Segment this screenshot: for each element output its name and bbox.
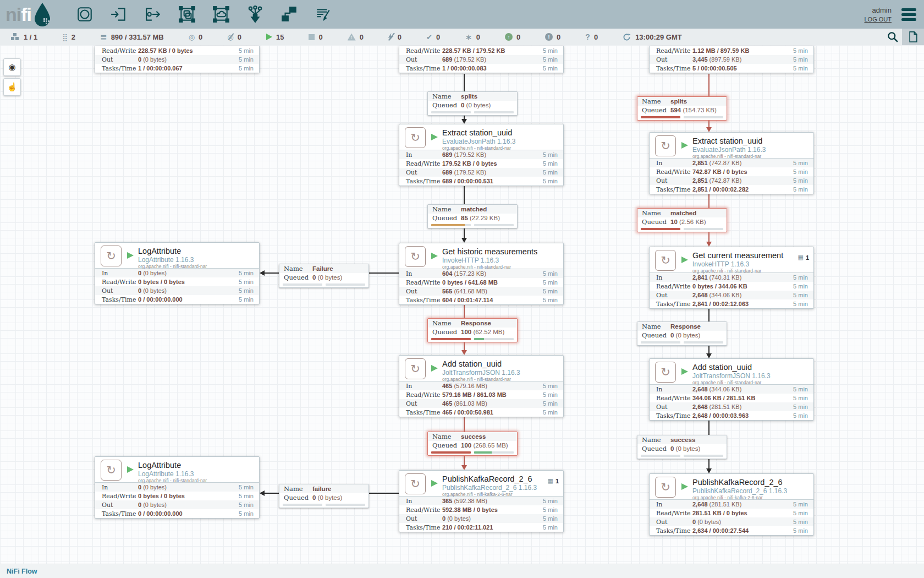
flow-canvas[interactable]: ◉ ☝ Read/Write228.57 KB / 0 bytes5 minOu… xyxy=(0,45,924,564)
remote-process-group-icon[interactable] xyxy=(212,5,230,24)
label-icon[interactable] xyxy=(314,5,333,24)
global-menu-icon[interactable] xyxy=(901,8,916,21)
operate-palette-button[interactable]: ◉ xyxy=(3,58,21,76)
refresh-icon[interactable] xyxy=(623,33,631,41)
processor-stats: In2,648 (281.51 KB)5 minRead/Write281.51… xyxy=(650,499,813,535)
processor-extract-station-uuid-middle[interactable]: ↻Extract station_uuidEvaluateJsonPath 1.… xyxy=(399,124,564,186)
processor-upstream-right[interactable]: Read/Write1.12 MB / 897.59 KB5 minOut3,4… xyxy=(649,46,814,73)
connection-name: success xyxy=(670,437,695,443)
count-percent-bar xyxy=(283,283,322,286)
processor-add-station-uuid-middle[interactable]: ↻Add station_uuidJoltTransformJSON 1.16.… xyxy=(399,355,564,417)
processor-stamp-icon: ↻ xyxy=(101,246,122,266)
processor-name: Extract station_uuid xyxy=(692,137,762,145)
stat-period: 5 min xyxy=(793,274,808,281)
stat-value: 2,648 (281.51 KB) xyxy=(692,403,793,410)
connection-line xyxy=(708,459,710,469)
processor-stats: Read/Write228.57 KB / 0 bytes5 minOut0 (… xyxy=(95,46,259,73)
processor-upstream-middle[interactable]: Read/Write228.57 KB / 179.52 KB5 minOut6… xyxy=(399,46,564,73)
stat-row-tasks-time: Tasks/Time0 / 00:00:00.0005 min xyxy=(95,295,259,304)
search-button[interactable] xyxy=(883,29,902,45)
connection-queued-row: Queued0 (0 bytes) xyxy=(428,101,517,109)
transmitting-icon: ◎ xyxy=(189,34,195,41)
stat-value: 2,841 (740.31 KB) xyxy=(692,274,793,281)
connection-label-success-right[interactable]: NamesuccessQueued0 (0 bytes) xyxy=(637,435,727,459)
stat-label: Out xyxy=(406,288,442,295)
stat-row-in: In2,851 (742.87 KB)5 min xyxy=(650,159,813,167)
connection-label-response-right[interactable]: NameResponseQueued0 (0 bytes) xyxy=(637,321,727,346)
connection-label-success-middle[interactable]: NamesuccessQueued100 (268.65 MB) xyxy=(427,432,518,456)
navigate-palette-button[interactable]: ☝ xyxy=(3,78,21,96)
logout-link[interactable]: LOG OUT xyxy=(864,16,892,23)
connection-line xyxy=(708,307,710,321)
processor-name: PublishKafkaRecord_2_6 xyxy=(692,478,783,487)
stat-period: 5 min xyxy=(543,400,558,407)
processor-extract-station-uuid-right[interactable]: ↻Extract station_uuidEvaluateJsonPath 1.… xyxy=(649,132,814,194)
processor-get-historic-measurements[interactable]: ↻Get historic measurementsInvokeHTTP 1.1… xyxy=(399,243,564,305)
process-group-icon[interactable] xyxy=(178,5,196,24)
name-key: Name xyxy=(432,92,461,100)
component-toolbar xyxy=(75,5,333,24)
stat-label: Out xyxy=(656,56,692,63)
stat-period: 5 min xyxy=(793,292,808,298)
stat-row-in: In0 (0 bytes)5 min xyxy=(95,269,259,277)
processor-stamp-icon: ↻ xyxy=(655,362,676,383)
status-stopped: 0 xyxy=(309,33,322,41)
connection-queued-row: Queued100 (62.52 MB) xyxy=(428,328,517,336)
stat-label: Read/Write xyxy=(102,493,138,500)
stat-row-tasks-time: Tasks/Time465 / 00:00:50.9815 min xyxy=(399,408,563,417)
connection-label-response-middle[interactable]: NameResponseQueued100 (62.52 MB) xyxy=(427,318,518,342)
stat-value: 2,851 / 00:00:02.282 xyxy=(692,186,793,193)
funnel-icon[interactable] xyxy=(246,5,265,24)
connection-name: success xyxy=(461,433,486,440)
processor-header: ↻Get current measurementInvokeHTTP 1.16.… xyxy=(650,247,813,272)
connection-label-splits-right[interactable]: NamesplitsQueued594 (154.73 KB) xyxy=(637,96,727,121)
count-percent-bar xyxy=(431,338,471,340)
processor-stats: Read/Write1.12 MB / 897.59 KB5 minOut3,4… xyxy=(650,46,813,73)
stat-row-out: Out689 (179.52 KB)5 min xyxy=(399,55,563,64)
sync-failure-icon: ? xyxy=(585,34,590,41)
stat-period: 5 min xyxy=(543,178,558,184)
processor-logattribute-bottom[interactable]: ↻LogAttributeLogAttribute 1.16.3org.apac… xyxy=(95,456,260,519)
stat-value: 0 (0 bytes) xyxy=(138,56,239,63)
stat-value: 3,445 (897.59 KB) xyxy=(692,56,793,63)
status-disabled-count: 0 xyxy=(398,33,402,41)
stat-value: 0 (0 bytes) xyxy=(138,270,239,276)
processor-publishkafkarecord-right[interactable]: ↻PublishKafkaRecord_2_6PublishKafkaRecor… xyxy=(649,473,814,536)
connection-label-splits-middle[interactable]: NamesplitsQueued0 (0 bytes) xyxy=(427,91,518,116)
stat-period: 5 min xyxy=(793,56,808,63)
output-port-icon[interactable] xyxy=(144,5,162,24)
connection-label-failure-top[interactable]: NameFailureQueued0 (0 bytes) xyxy=(279,264,369,288)
processor-upstream-left[interactable]: Read/Write228.57 KB / 0 bytes5 minOut0 (… xyxy=(95,46,260,73)
processor-publishkafkarecord-middle[interactable]: ↻PublishKafkaRecord_2_6PublishKafkaRecor… xyxy=(399,470,564,532)
flow-summary-button[interactable] xyxy=(902,29,924,45)
processor-add-station-uuid-right[interactable]: ↻Add station_uuidJoltTransformJSON 1.16.… xyxy=(649,358,814,421)
connection-label-matched-right[interactable]: NamematchedQueued10 (2.56 KB) xyxy=(637,208,727,232)
refresh-status[interactable]: 13:00:29 GMT xyxy=(623,33,682,41)
stat-period: 5 min xyxy=(543,151,558,158)
stat-label: Tasks/Time xyxy=(406,409,442,416)
processor-stats: In2,851 (742.87 KB)5 minRead/Write742.87… xyxy=(650,158,813,194)
stat-period: 5 min xyxy=(239,47,254,54)
stat-period: 5 min xyxy=(793,168,808,175)
stat-value: 228.57 KB / 179.52 KB xyxy=(442,47,543,54)
queued-value: 0 (0 bytes) xyxy=(461,102,491,108)
connection-name-row: Namefailure xyxy=(279,484,369,493)
processor-logattribute-top[interactable]: ↻LogAttributeLogAttribute 1.16.3org.apac… xyxy=(95,242,260,304)
connection-label-matched-middle[interactable]: NamematchedQueued85 (22.29 KB) xyxy=(427,204,518,228)
connection-label-failure-bottom[interactable]: NamefailureQueued0 (0 bytes) xyxy=(279,484,369,508)
template-icon[interactable] xyxy=(280,5,299,24)
stat-period: 5 min xyxy=(543,160,558,167)
stat-label: In xyxy=(406,498,442,505)
input-port-icon[interactable] xyxy=(109,5,128,24)
stat-label: Read/Write xyxy=(102,47,138,54)
stat-row-tasks-time: Tasks/Time0 / 00:00:00.0005 min xyxy=(95,509,259,518)
stat-value: 0 (0 bytes) xyxy=(138,501,239,508)
connection-arrowhead-icon xyxy=(461,350,467,355)
stat-value: 689 (179.52 KB) xyxy=(442,56,543,63)
stat-value: 2,851 (742.87 KB) xyxy=(692,160,793,166)
stat-row-out: Out0 (0 bytes)5 min xyxy=(95,286,259,295)
breadcrumb-nifi-flow[interactable]: NiFi Flow xyxy=(7,568,37,575)
processor-icon[interactable] xyxy=(75,5,94,24)
processor-get-current-measurement[interactable]: ↻Get current measurementInvokeHTTP 1.16.… xyxy=(649,247,814,309)
stat-period: 5 min xyxy=(543,169,558,176)
